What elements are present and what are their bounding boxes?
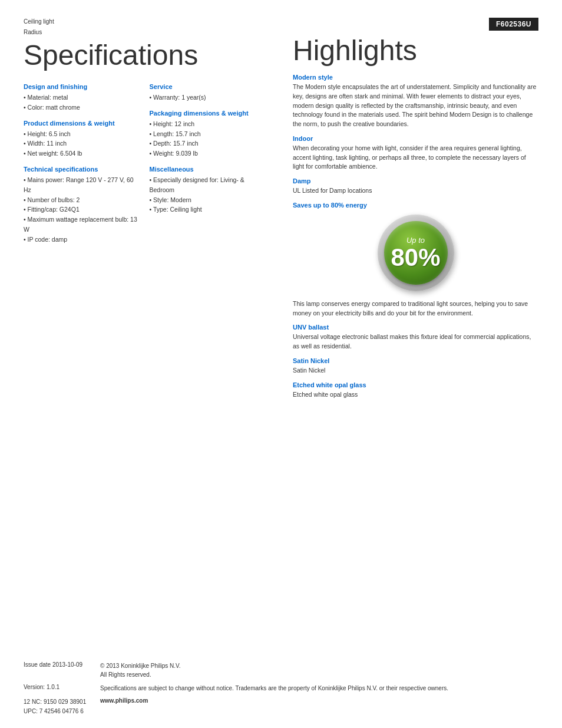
etched-glass-heading: Etched white opal glass: [293, 381, 538, 388]
tech-item-4: Maximum wattage replacement bulb: 13 W: [24, 215, 138, 235]
pkg-item-1: Height: 12 inch: [150, 119, 264, 129]
dimensions-heading: Product dimensions & weight: [24, 120, 138, 127]
design-list: Material: metal Color: matt chrome: [24, 93, 138, 113]
indoor-section: Indoor When decorating your home with li…: [293, 135, 538, 172]
energy-percent: 80%: [391, 245, 440, 270]
modern-style-heading: Modern style: [293, 74, 538, 81]
saves-energy-heading: Saves up to 80% energy: [293, 202, 538, 209]
left-column: Ceiling light Radius Specifications Desi…: [24, 18, 281, 638]
specs-columns: Design and finishing Material: metal Col…: [24, 83, 263, 247]
service-list: Warranty: 1 year(s): [150, 93, 264, 103]
specs-title: Specifications: [24, 39, 263, 71]
dimensions-list: Height: 6.5 inch Width: 11 inch Net weig…: [24, 129, 138, 159]
damp-section: Damp UL Listed for Damp locations: [293, 177, 538, 196]
satin-nickel-text: Satin Nickel: [293, 366, 538, 375]
packaging-heading: Packaging dimensions & weight: [150, 110, 264, 117]
tech-item-3: Fitting/cap: G24Q1: [24, 205, 138, 215]
dim-item-2: Width: 11 inch: [24, 139, 138, 149]
design-item-2: Color: matt chrome: [24, 103, 138, 113]
dim-item-1: Height: 6.5 inch: [24, 129, 138, 139]
packaging-list: Height: 12 inch Length: 15.7 inch Depth:…: [150, 119, 264, 159]
footer: Issue date 2013-10-09 © 2013 Koninklijke…: [0, 650, 562, 728]
energy-text: This lamp conserves energy compared to t…: [293, 299, 538, 318]
technical-heading: Technical specifications: [24, 166, 138, 173]
footer-issue-label: Issue date 2013-10-09: [24, 661, 100, 668]
tech-item-2: Number of bulbs: 2: [24, 195, 138, 205]
tech-item-1: Mains power: Range 120 V - 277 V, 60 Hz: [24, 175, 138, 195]
modern-style-text: The Modern style encapsulates the art of…: [293, 83, 538, 129]
service-heading: Service: [150, 83, 264, 90]
pkg-item-4: Weight: 9.039 lb: [150, 149, 264, 159]
main-content: Ceiling light Radius Specifications Desi…: [0, 0, 562, 650]
design-item-1: Material: metal: [24, 93, 138, 103]
etched-glass-text: Etched white opal glass: [293, 390, 538, 400]
energy-text-section: This lamp conserves energy compared to t…: [293, 299, 538, 318]
footer-upc-text: UPC: 7 42546 04776 6: [24, 707, 100, 716]
footer-nc: 12 NC: 9150 029 38901 UPC: 7 42546 04776…: [24, 697, 100, 716]
footer-version-label: Version: 1.0.1: [24, 684, 100, 690]
page: F602536U Ceiling light Radius Specificat…: [0, 0, 562, 728]
technical-list: Mains power: Range 120 V - 277 V, 60 Hz …: [24, 175, 138, 245]
misc-heading: Miscellaneous: [150, 166, 264, 173]
footer-bottom-row: 12 NC: 9150 029 38901 UPC: 7 42546 04776…: [24, 697, 538, 716]
satin-nickel-section: Satin Nickel Satin Nickel: [293, 357, 538, 375]
tech-item-5: IP code: damp: [24, 235, 138, 245]
specs-right: Service Warranty: 1 year(s) Packaging di…: [150, 83, 264, 247]
misc-list: Especially designed for: Living- & Bedro…: [150, 175, 264, 215]
specs-left: Design and finishing Material: metal Col…: [24, 83, 138, 247]
dim-item-3: Net weight: 6.504 lb: [24, 149, 138, 159]
footer-copyright: © 2013 Koninklijke Philips N.V. All Righ…: [100, 661, 181, 679]
energy-badge-container: Up to 80%: [293, 215, 538, 291]
service-item-1: Warranty: 1 year(s): [150, 93, 264, 103]
unv-ballast-text: Universal voltage electronic ballast mak…: [293, 332, 538, 351]
saves-energy-section: Saves up to 80% energy: [293, 202, 538, 209]
damp-heading: Damp: [293, 177, 538, 185]
pkg-item-3: Depth: 15.7 inch: [150, 139, 264, 149]
indoor-heading: Indoor: [293, 135, 538, 142]
design-heading: Design and finishing: [24, 83, 138, 90]
highlights-title: Highlights: [293, 34, 538, 67]
etched-glass-section: Etched white opal glass Etched white opa…: [293, 381, 538, 400]
pkg-item-2: Length: 15.7 inch: [150, 129, 264, 139]
footer-version-row: Version: 1.0.1 Specifications are subjec…: [24, 684, 538, 693]
satin-nickel-heading: Satin Nickel: [293, 357, 538, 364]
misc-item-2: Style: Modern: [150, 195, 264, 205]
right-column: Highlights Modern style The Modern style…: [281, 18, 538, 638]
footer-website: www.philips.com: [100, 697, 148, 704]
damp-text: UL Listed for Damp locations: [293, 186, 538, 196]
modern-style-section: Modern style The Modern style encapsulat…: [293, 74, 538, 129]
indoor-text: When decorating your home with light, co…: [293, 144, 538, 172]
footer-disclaimer: Specifications are subject to change wit…: [100, 684, 448, 693]
product-name: Radius: [24, 28, 263, 37]
unv-ballast-section: UNV ballast Universal voltage electronic…: [293, 324, 538, 351]
energy-badge-inner: Up to 80%: [384, 221, 448, 285]
product-category: Ceiling light: [24, 18, 263, 26]
unv-ballast-heading: UNV ballast: [293, 324, 538, 331]
energy-badge: Up to 80%: [378, 215, 454, 291]
misc-item-1: Especially designed for: Living- & Bedro…: [150, 175, 264, 195]
footer-nc-text: 12 NC: 9150 029 38901: [24, 697, 100, 707]
misc-item-3: Type: Ceiling light: [150, 205, 264, 215]
footer-issue-row: Issue date 2013-10-09 © 2013 Koninklijke…: [24, 661, 538, 679]
